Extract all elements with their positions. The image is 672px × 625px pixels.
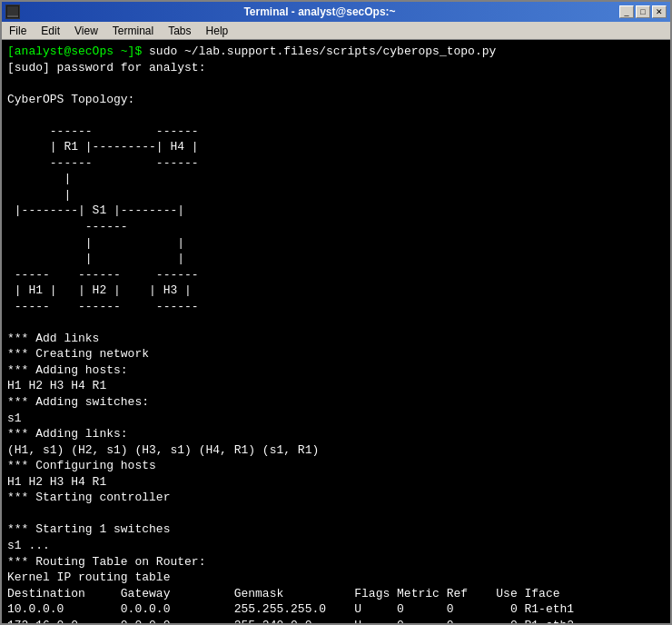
menu-terminal[interactable]: Terminal [105,22,161,39]
menu-bar: File Edit View Terminal Tabs Help [2,22,670,40]
svg-rect-2 [7,15,18,17]
title-bar-title: Terminal - analyst@secOps:~ [20,5,619,18]
close-button[interactable]: ✕ [652,5,667,18]
svg-rect-1 [7,6,18,15]
menu-tabs[interactable]: Tabs [161,22,198,39]
title-bar: Terminal - analyst@secOps:~ _ □ ✕ [2,2,670,22]
title-bar-left [5,5,20,19]
menu-edit[interactable]: Edit [34,22,67,39]
terminal-icon [5,5,20,19]
menu-help[interactable]: Help [199,22,236,39]
menu-view[interactable]: View [67,22,105,39]
title-bar-buttons: _ □ ✕ [619,5,667,18]
terminal-body[interactable]: [analyst@secOps ~]$ sudo ~/lab.support.f… [2,40,670,623]
terminal-content: [analyst@secOps ~]$ sudo ~/lab.support.f… [7,44,665,623]
maximize-button[interactable]: □ [636,5,650,18]
minimize-button[interactable]: _ [619,5,634,18]
terminal-window: Terminal - analyst@secOps:~ _ □ ✕ File E… [0,0,672,625]
menu-file[interactable]: File [2,22,34,39]
